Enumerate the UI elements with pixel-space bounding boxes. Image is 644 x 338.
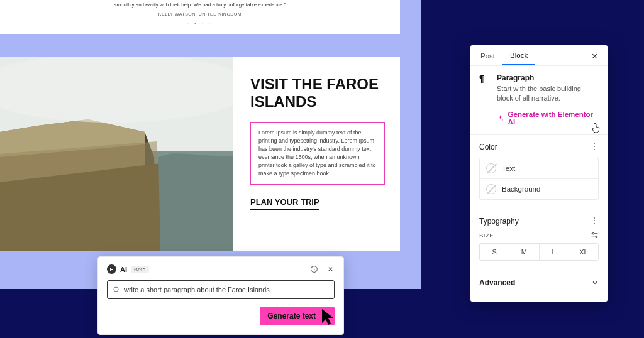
sliders-icon[interactable] xyxy=(591,232,599,239)
ai-popup-header: E AI Beta xyxy=(107,264,335,274)
color-section: Color ⋮ Text Background xyxy=(470,135,608,209)
size-option-m[interactable]: M xyxy=(509,244,538,260)
history-icon[interactable] xyxy=(309,265,318,274)
svg-point-4 xyxy=(114,287,118,292)
generate-with-ai-link[interactable]: Generate with Elementor AI xyxy=(497,111,599,126)
advanced-section-toggle[interactable]: Advanced xyxy=(470,270,608,295)
block-inspector-panel: Post Block ¶ Paragraph Start with the ba… xyxy=(470,45,608,302)
tab-post[interactable]: Post xyxy=(473,46,502,65)
tab-block[interactable]: Block xyxy=(502,45,535,65)
hero-copy: Visit the Faroe Islands Lorem Ipsum is s… xyxy=(233,57,400,251)
svg-point-8 xyxy=(592,232,594,234)
svg-point-7 xyxy=(502,119,503,120)
svg-point-3 xyxy=(0,57,233,123)
typography-section: Typography ⋮ Size S M L XL xyxy=(470,209,608,270)
size-option-xl[interactable]: XL xyxy=(569,244,598,260)
elementor-logo-icon: E xyxy=(107,264,116,274)
svg-point-9 xyxy=(596,236,597,237)
inspector-tabs: Post Block xyxy=(470,45,608,66)
color-option-background[interactable]: Background xyxy=(480,178,598,199)
ai-popup-title: AI xyxy=(120,266,127,273)
hero-lorem: Lorem Ipsum is simply dummy text of the … xyxy=(258,129,377,178)
hero-image xyxy=(0,57,233,251)
ai-link-label: Generate with Elementor AI xyxy=(508,111,599,126)
color-options-list: Text Background xyxy=(479,158,599,200)
panel-close-icon[interactable] xyxy=(587,46,605,65)
size-segmented-control: S M L XL xyxy=(479,243,599,261)
search-icon xyxy=(113,286,120,293)
cliff-photo xyxy=(0,57,233,251)
mouse-cursor-icon xyxy=(321,308,337,327)
size-option-s[interactable]: S xyxy=(480,244,509,260)
carousel-dots[interactable]: · • · · xyxy=(0,21,400,25)
size-option-l[interactable]: L xyxy=(539,244,569,260)
generate-text-label: Generate text xyxy=(267,312,316,320)
color-section-title: Color xyxy=(479,143,497,151)
block-name: Paragraph xyxy=(497,74,599,82)
block-description: Start with the basic building block of a… xyxy=(497,84,599,103)
color-option-label: Text xyxy=(502,165,515,172)
color-option-label: Background xyxy=(502,185,540,193)
advanced-section-title: Advanced xyxy=(479,278,591,287)
sparkle-icon xyxy=(497,114,504,122)
typography-section-title: Typography xyxy=(479,217,519,226)
empty-swatch-icon xyxy=(486,163,496,173)
ai-prompt-input[interactable] xyxy=(124,286,329,293)
chevron-down-icon xyxy=(591,279,599,286)
hero-title: Visit the Faroe Islands xyxy=(250,75,385,111)
color-option-text[interactable]: Text xyxy=(480,158,598,178)
color-section-menu-icon[interactable]: ⋮ xyxy=(590,144,599,149)
ai-prompt-popup: E AI Beta Generate text xyxy=(97,256,344,335)
block-identity-section: ¶ Paragraph Start with the basic buildin… xyxy=(470,66,608,135)
paragraph-icon: ¶ xyxy=(479,74,491,103)
empty-swatch-icon xyxy=(486,184,496,194)
testimonial-author: Kelly Watson, United Kingdom xyxy=(0,12,400,16)
selected-paragraph[interactable]: Lorem Ipsum is simply dummy text of the … xyxy=(250,122,385,185)
plan-trip-link[interactable]: Plan Your Trip xyxy=(250,197,319,210)
hand-cursor-icon xyxy=(591,122,602,134)
typography-section-menu-icon[interactable]: ⋮ xyxy=(590,219,599,223)
hero-section: Visit the Faroe Islands Lorem Ipsum is s… xyxy=(0,57,400,251)
beta-badge: Beta xyxy=(131,266,149,273)
ai-prompt-field[interactable] xyxy=(107,280,335,299)
testimonial-card: smoothly and easily with their help. We … xyxy=(0,0,400,34)
size-label: Size xyxy=(479,232,494,239)
close-icon[interactable] xyxy=(326,265,335,274)
testimonial-quote: smoothly and easily with their help. We … xyxy=(0,1,400,8)
